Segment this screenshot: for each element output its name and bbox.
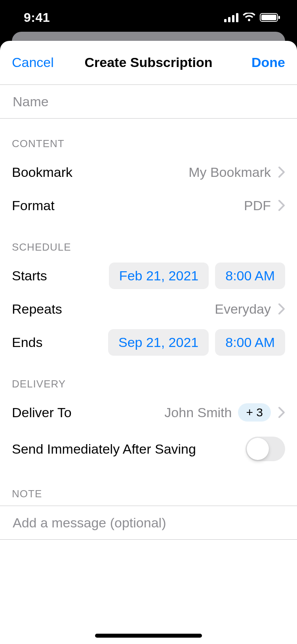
section-header-delivery: DELIVERY [0,359,297,396]
status-indicators [224,13,281,22]
cancel-button[interactable]: Cancel [12,55,54,70]
svg-rect-2 [232,15,234,22]
status-time: 9:41 [24,10,50,25]
wifi-icon [242,13,256,22]
deliver-to-value: John Smith [164,405,232,420]
bookmark-value: My Bookmark [188,165,271,180]
ends-time-chip[interactable]: 8:00 AM [215,329,285,356]
section-header-schedule: SCHEDULE [0,222,297,259]
deliver-to-count-badge: + 3 [238,403,271,422]
section-header-content: CONTENT [0,119,297,155]
note-row[interactable] [0,506,297,539]
starts-row: Starts Feb 21, 2021 8:00 AM [0,259,297,292]
ends-row: Ends Sep 21, 2021 8:00 AM [0,326,297,359]
chevron-right-icon [278,166,285,178]
deliver-to-label: Deliver To [12,405,164,420]
send-immediately-label: Send Immediately After Saving [12,441,246,457]
starts-date-chip[interactable]: Feb 21, 2021 [109,263,209,289]
section-header-note: NOTE [0,469,297,506]
send-immediately-row: Send Immediately After Saving [0,429,297,469]
chevron-right-icon [278,303,285,315]
form-content: CONTENT Bookmark My Bookmark Format PDF … [0,84,297,644]
ends-label: Ends [12,335,108,350]
svg-rect-5 [261,15,276,20]
svg-rect-3 [236,13,238,22]
toggle-knob [247,438,269,460]
note-field[interactable] [12,515,285,531]
battery-icon [260,13,281,22]
bookmark-label: Bookmark [12,165,188,180]
repeats-value: Everyday [215,301,271,317]
done-button[interactable]: Done [251,55,285,70]
page-title: Create Subscription [84,55,212,70]
name-row[interactable] [0,85,297,118]
separator [0,539,297,540]
name-field[interactable] [12,94,285,110]
ends-date-chip[interactable]: Sep 21, 2021 [108,329,209,356]
repeats-row[interactable]: Repeats Everyday [0,292,297,326]
starts-label: Starts [12,268,109,284]
deliver-to-row[interactable]: Deliver To John Smith + 3 [0,396,297,429]
nav-bar: Cancel Create Subscription Done [0,41,297,84]
chevron-right-icon [278,406,285,418]
modal-sheet: Cancel Create Subscription Done CONTENT … [0,41,297,644]
format-value: PDF [244,198,271,213]
device-frame: 9:41 Cancel Create Subscription Done [0,0,297,644]
svg-rect-0 [224,19,227,22]
svg-rect-6 [278,16,280,19]
starts-time-chip[interactable]: 8:00 AM [215,263,285,289]
format-row[interactable]: Format PDF [0,189,297,222]
send-immediately-toggle[interactable] [246,437,285,461]
chevron-right-icon [278,199,285,211]
status-bar: 9:41 [0,0,297,35]
bookmark-row[interactable]: Bookmark My Bookmark [0,155,297,189]
repeats-label: Repeats [12,301,215,317]
svg-rect-1 [228,17,230,22]
format-label: Format [12,198,244,213]
home-indicator [95,634,202,638]
cellular-icon [224,13,238,22]
